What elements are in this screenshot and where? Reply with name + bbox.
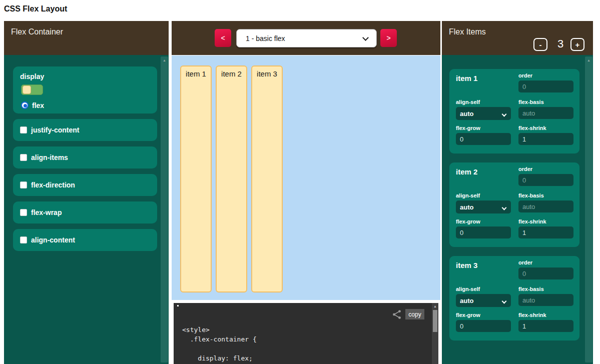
flex-preview-container: item 1 item 2 item 3: [172, 56, 440, 300]
flex-shrink-input[interactable]: [518, 320, 573, 332]
display-toggle[interactable]: [21, 84, 43, 95]
flex-basis-field: flex-basis: [518, 286, 573, 306]
order-input[interactable]: [518, 268, 573, 280]
justify-content-checkbox[interactable]: [20, 126, 27, 134]
order-input[interactable]: [518, 80, 573, 92]
preview-flex-item-3: item 3: [251, 66, 283, 292]
prev-example-button[interactable]: <: [215, 29, 231, 47]
flex-container-title: Flex Container: [11, 28, 63, 36]
order-input[interactable]: [518, 174, 573, 186]
flex-grow-input[interactable]: [456, 226, 511, 238]
flex-container-body: display flex justify-content align-items: [4, 55, 169, 364]
flex-grow-label: flex-grow: [456, 125, 511, 131]
preview-panel: < 1 - basic flex > item 1 item 2 item 3: [172, 21, 440, 364]
flex-shrink-field: flex-shrink: [518, 125, 573, 145]
flex-grow-input[interactable]: [456, 133, 511, 145]
flex-shrink-label: flex-shrink: [518, 312, 573, 318]
prop-card-justify-content: justify-content: [13, 119, 157, 141]
flex-basis-input[interactable]: [518, 200, 573, 212]
order-label: order: [518, 260, 573, 266]
code-line: display: flex;: [182, 354, 257, 363]
preview-flex-item-1: item 1: [180, 66, 212, 292]
prop-card-flex-direction: flex-direction: [13, 174, 157, 196]
item-card-2: item 2 order align-self auto flex-basis: [449, 162, 579, 247]
example-select-wrap: 1 - basic flex: [236, 29, 377, 48]
flex-radio-label: flex: [32, 102, 44, 110]
item-card-title: item 1: [456, 74, 477, 82]
code-scrollbar-thumb[interactable]: [433, 310, 437, 332]
scroll-up-icon[interactable]: ▲: [585, 58, 592, 62]
flex-layout-app: CSS Flex Layout Flex Container display f…: [0, 0, 600, 364]
order-field: order: [518, 72, 573, 92]
flex-grow-field: flex-grow: [456, 218, 511, 238]
align-self-select[interactable]: auto: [456, 107, 511, 120]
flex-grow-label: flex-grow: [456, 218, 511, 224]
align-content-label: align-content: [31, 236, 75, 244]
flex-wrap-label: flex-wrap: [31, 208, 62, 216]
flex-shrink-input[interactable]: [518, 226, 573, 238]
align-content-checkbox[interactable]: [20, 236, 27, 244]
align-self-field: align-self auto: [456, 192, 511, 214]
add-item-button[interactable]: +: [570, 38, 584, 51]
flex-basis-label: flex-basis: [518, 99, 573, 105]
flex-direction-label: flex-direction: [31, 181, 75, 189]
remove-item-button[interactable]: -: [533, 38, 547, 51]
flex-grow-field: flex-grow: [456, 125, 511, 145]
flex-grow-field: flex-grow: [456, 312, 511, 332]
copy-button[interactable]: copy: [405, 309, 424, 320]
scroll-up-icon[interactable]: ▲: [432, 304, 438, 308]
flex-container-header: Flex Container: [4, 21, 169, 55]
share-icon[interactable]: [391, 309, 402, 320]
align-self-field: align-self auto: [456, 286, 511, 307]
align-self-label: align-self: [456, 99, 511, 105]
prop-card-align-content: align-content: [13, 229, 157, 251]
flex-direction-checkbox[interactable]: [20, 182, 27, 188]
order-field: order: [518, 260, 573, 280]
align-items-label: align-items: [31, 154, 68, 162]
code-bullet: [177, 305, 179, 306]
next-example-button[interactable]: >: [380, 29, 397, 47]
align-self-select[interactable]: auto: [456, 294, 511, 307]
preview-flex-item-2: item 2: [216, 66, 247, 292]
flex-basis-field: flex-basis: [518, 192, 573, 212]
preview-header: < 1 - basic flex >: [172, 21, 440, 55]
example-select[interactable]: 1 - basic flex: [236, 29, 377, 48]
flex-shrink-input[interactable]: [518, 133, 573, 145]
flex-items-title: Flex Items: [449, 28, 486, 36]
flex-container-panel: Flex Container display flex justify-cont…: [4, 21, 169, 364]
flex-basis-input[interactable]: [518, 107, 573, 119]
flex-basis-input[interactable]: [518, 294, 573, 306]
item-card-3: item 3 order align-self auto flex-basis: [449, 256, 579, 340]
flex-shrink-field: flex-shrink: [518, 312, 573, 332]
align-items-checkbox[interactable]: [20, 154, 27, 161]
flex-wrap-checkbox[interactable]: [20, 209, 27, 216]
flex-grow-input[interactable]: [456, 320, 511, 332]
code-line: <style>: [182, 325, 257, 334]
flex-shrink-field: flex-shrink: [518, 218, 573, 238]
flex-shrink-label: flex-shrink: [518, 125, 573, 131]
flex-items-body: item 1 order align-self auto flex-basis: [442, 55, 593, 364]
scroll-up-icon[interactable]: ▲: [161, 58, 168, 62]
order-label: order: [518, 72, 573, 78]
flex-items-scrollbar[interactable]: ▲: [585, 56, 592, 362]
flex-basis-field: flex-basis: [518, 99, 573, 119]
flex-items-header: Flex Items - 3 +: [442, 21, 593, 55]
flex-items-panel: Flex Items - 3 + item 1 order align-self…: [442, 21, 593, 364]
align-self-field: align-self auto: [456, 99, 511, 120]
code-line: [182, 344, 257, 354]
flex-radio-dot: [24, 104, 27, 108]
flex-basis-label: flex-basis: [518, 192, 573, 198]
align-self-select[interactable]: auto: [456, 200, 511, 214]
flex-radio[interactable]: [21, 102, 29, 109]
prop-card-flex-wrap: flex-wrap: [13, 202, 157, 224]
item-count: 3: [553, 38, 568, 50]
display-label: display: [20, 72, 44, 80]
item-card-title: item 2: [456, 168, 477, 176]
flex-shrink-label: flex-shrink: [518, 218, 573, 224]
flex-grow-label: flex-grow: [456, 312, 511, 318]
flex-container-scrollbar[interactable]: ▲: [161, 56, 168, 362]
item-card-title: item 3: [456, 261, 477, 270]
display-card: display flex: [13, 66, 157, 114]
code-scrollbar[interactable]: ▲: [432, 303, 438, 364]
code-panel: copy <style> .flex-container { display: …: [173, 302, 439, 364]
